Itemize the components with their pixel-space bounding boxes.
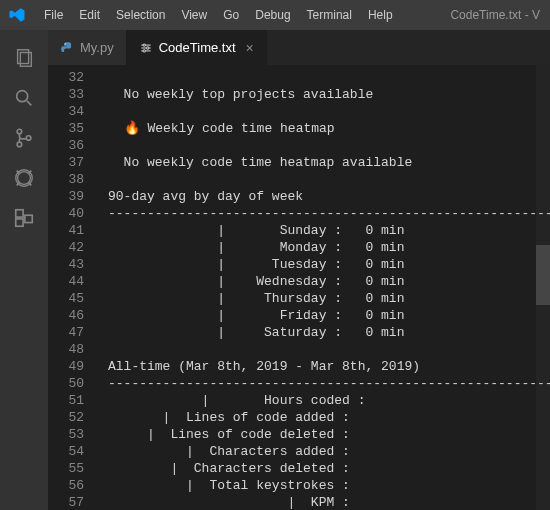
line-number: 45 bbox=[48, 290, 98, 307]
line-number: 35 bbox=[48, 120, 98, 137]
code-line bbox=[98, 69, 550, 86]
line-gutter: 3233343536373839404142434445464748495051… bbox=[48, 65, 98, 510]
code-line: All-time (Mar 8th, 2019 - Mar 8th, 2019) bbox=[98, 358, 550, 375]
tab-label: CodeTime.txt bbox=[159, 40, 236, 55]
code-line: | Lines of code added : 1 bbox=[98, 409, 550, 426]
scrollbar[interactable] bbox=[536, 65, 550, 510]
code-line: 90-day avg by day of week bbox=[98, 188, 550, 205]
code-line bbox=[98, 341, 550, 358]
editor-area: My.py CodeTime.txt × 3233343536373839404… bbox=[48, 30, 550, 510]
svg-point-16 bbox=[143, 43, 145, 45]
line-number: 34 bbox=[48, 103, 98, 120]
line-number: 42 bbox=[48, 239, 98, 256]
svg-line-3 bbox=[27, 101, 32, 106]
line-number: 48 bbox=[48, 341, 98, 358]
svg-point-8 bbox=[18, 172, 31, 185]
svg-point-17 bbox=[146, 46, 148, 48]
debug-icon[interactable] bbox=[0, 158, 48, 198]
line-number: 36 bbox=[48, 137, 98, 154]
svg-rect-10 bbox=[16, 219, 23, 226]
line-number: 53 bbox=[48, 426, 98, 443]
svg-point-18 bbox=[143, 49, 145, 51]
svg-rect-9 bbox=[16, 210, 23, 217]
svg-point-12 bbox=[65, 43, 66, 44]
line-number: 56 bbox=[48, 477, 98, 494]
line-number: 55 bbox=[48, 460, 98, 477]
svg-point-6 bbox=[26, 136, 31, 141]
menu-view[interactable]: View bbox=[173, 4, 215, 26]
scroll-thumb[interactable] bbox=[536, 245, 550, 305]
code-line: 🔥 Weekly code time heatmap bbox=[98, 120, 550, 137]
line-number: 39 bbox=[48, 188, 98, 205]
code-line: No weekly top projects available bbox=[98, 86, 550, 103]
code-line: | Thursday : 0 min bbox=[98, 290, 550, 307]
code-line: ----------------------------------------… bbox=[98, 205, 550, 222]
svg-rect-11 bbox=[25, 215, 32, 222]
tab-mypy[interactable]: My.py bbox=[48, 30, 127, 65]
line-number: 38 bbox=[48, 171, 98, 188]
code-line: | Characters deleted : 2 bbox=[98, 460, 550, 477]
line-number: 41 bbox=[48, 222, 98, 239]
menu-help[interactable]: Help bbox=[360, 4, 401, 26]
tab-label: My.py bbox=[80, 40, 114, 55]
code-content[interactable]: No weekly top projects available 🔥 Weekl… bbox=[98, 65, 550, 510]
code-line: | Tuesday : 0 min bbox=[98, 256, 550, 273]
line-number: 46 bbox=[48, 307, 98, 324]
code-line bbox=[98, 103, 550, 120]
svg-point-5 bbox=[17, 142, 22, 147]
menu-go[interactable]: Go bbox=[215, 4, 247, 26]
menu-selection[interactable]: Selection bbox=[108, 4, 173, 26]
menu-file[interactable]: File bbox=[36, 4, 71, 26]
menubar: File Edit Selection View Go Debug Termin… bbox=[8, 4, 401, 26]
line-number: 40 bbox=[48, 205, 98, 222]
code-line: ----------------------------------------… bbox=[98, 375, 550, 392]
svg-point-4 bbox=[17, 129, 22, 134]
activity-bar bbox=[0, 30, 48, 510]
extensions-icon[interactable] bbox=[0, 198, 48, 238]
code-line: | Saturday : 0 min bbox=[98, 324, 550, 341]
editor-body[interactable]: 3233343536373839404142434445464748495051… bbox=[48, 65, 550, 510]
code-line: | Friday : 0 min bbox=[98, 307, 550, 324]
settings-file-icon bbox=[139, 41, 153, 55]
line-number: 47 bbox=[48, 324, 98, 341]
line-number: 33 bbox=[48, 86, 98, 103]
titlebar: File Edit Selection View Go Debug Termin… bbox=[0, 0, 550, 30]
code-line: | Hours coded : 0.08 bbox=[98, 392, 550, 409]
window-title: CodeTime.txt - V bbox=[450, 8, 542, 22]
line-number: 32 bbox=[48, 69, 98, 86]
code-line bbox=[98, 137, 550, 154]
python-file-icon bbox=[60, 41, 74, 55]
menu-terminal[interactable]: Terminal bbox=[299, 4, 360, 26]
line-number: 52 bbox=[48, 409, 98, 426]
code-line: No weekly code time heatmap available bbox=[98, 154, 550, 171]
line-number: 54 bbox=[48, 443, 98, 460]
code-line bbox=[98, 171, 550, 188]
line-number: 49 bbox=[48, 358, 98, 375]
code-line: | KPM : 14.60 bbox=[98, 494, 550, 510]
code-line: | Wednesday : 0 min bbox=[98, 273, 550, 290]
line-number: 51 bbox=[48, 392, 98, 409]
code-line: | Total keystrokes : 73 bbox=[98, 477, 550, 494]
svg-point-2 bbox=[17, 91, 28, 102]
files-icon[interactable] bbox=[0, 38, 48, 78]
close-icon[interactable]: × bbox=[246, 40, 254, 56]
tab-codetime[interactable]: CodeTime.txt × bbox=[127, 30, 267, 65]
code-line: | Monday : 0 min bbox=[98, 239, 550, 256]
vscode-logo-icon bbox=[8, 6, 26, 24]
line-number: 50 bbox=[48, 375, 98, 392]
line-number: 37 bbox=[48, 154, 98, 171]
line-number: 44 bbox=[48, 273, 98, 290]
search-icon[interactable] bbox=[0, 78, 48, 118]
source-control-icon[interactable] bbox=[0, 118, 48, 158]
code-line: | Lines of code deleted : 0 bbox=[98, 426, 550, 443]
line-number: 57 bbox=[48, 494, 98, 510]
code-line: | Sunday : 0 min bbox=[98, 222, 550, 239]
line-number: 43 bbox=[48, 256, 98, 273]
code-line: | Characters added : 70 bbox=[98, 443, 550, 460]
menu-debug[interactable]: Debug bbox=[247, 4, 298, 26]
menu-edit[interactable]: Edit bbox=[71, 4, 108, 26]
tabs: My.py CodeTime.txt × bbox=[48, 30, 550, 65]
